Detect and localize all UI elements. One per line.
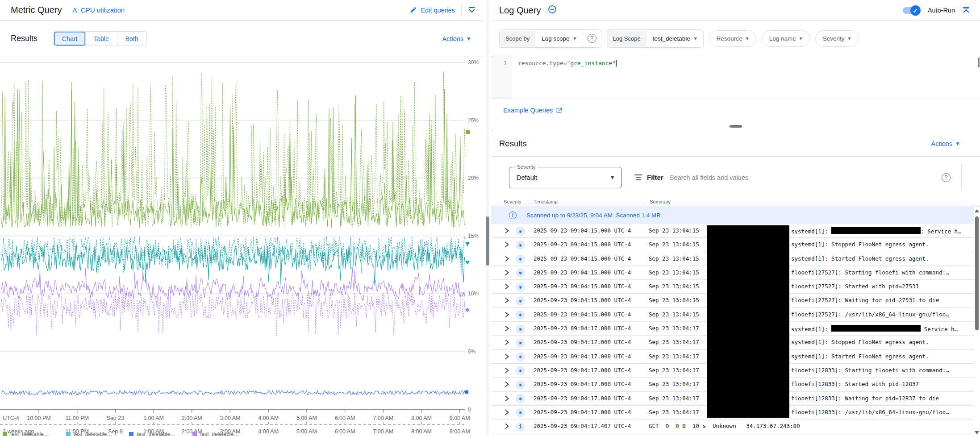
expand-chevron-icon[interactable] (505, 256, 509, 263)
caret-down-icon: ▼ (609, 174, 615, 181)
code-operator: = (563, 60, 567, 66)
log-summary-message: flooefi[12833]: /usr/lib/x86_64-linux-gn… (791, 409, 949, 415)
log-timestamp: 2025-09-23 09:04:15.000 UTC-4 (534, 283, 631, 290)
metric-actions-dropdown[interactable]: Actions ▼ (442, 35, 471, 42)
legend-item[interactable]: test_deletable… (129, 431, 175, 436)
log-summary-prefix: Sep 23 13:04:17 (649, 325, 699, 332)
expand-chevron-icon[interactable] (505, 297, 509, 305)
svg-text:15%: 15% (468, 233, 479, 239)
log-timestamp: 2025-09-23 09:04:17.000 UTC-4 (534, 381, 631, 387)
scope-help-button[interactable]: ? (583, 30, 601, 47)
cpu-utilization-chart[interactable]: 30%25%20%15%10%5%0UTC-410:00 PM11:00 PMS… (0, 58, 484, 436)
severity-default-icon: ✱ (516, 296, 525, 306)
log-summary: Sep 23 13:04:15systemd[1]: Stopped FlooN… (649, 241, 974, 248)
tab-chart[interactable]: Chart (54, 32, 85, 46)
results-drag-handle[interactable] (730, 125, 742, 128)
collapse-log-panel-icon[interactable] (962, 6, 970, 14)
results-resize-row (491, 121, 980, 131)
legend-item[interactable]: test_deletable… (192, 431, 239, 436)
log-summary-message: flooefi[27527]: Starting flooefi with co… (791, 269, 949, 276)
caret-down-icon: ▾ (746, 36, 749, 41)
svg-text:Sep 23: Sep 23 (107, 415, 125, 421)
editor-code-line[interactable]: resource.type="gce_instance" (512, 56, 617, 99)
metric-results-toolbar: Results Chart Table Both Actions ▼ (0, 21, 484, 57)
col-severity: Severity (504, 199, 521, 204)
log-summary-message: systemd[1]: Stopped FlooNet egress agent… (791, 339, 929, 345)
filter-help-icon[interactable]: ? (942, 173, 951, 182)
log-summary-message: flooefi[27527]: Waiting for pid=27531 to… (791, 297, 939, 303)
resource-filter-pill[interactable]: Resource ▾ (709, 30, 756, 47)
tab-both[interactable]: Both (117, 32, 146, 46)
filter-list-icon (634, 174, 642, 181)
svg-text:9:00 AM: 9:00 AM (450, 415, 470, 421)
expand-chevron-icon[interactable] (505, 423, 509, 431)
log-row-partial[interactable]: i (491, 433, 980, 436)
caret-down-icon: ▼ (466, 36, 471, 42)
log-actions-dropdown[interactable]: Actions ▼ (931, 140, 960, 147)
example-queries-link[interactable]: Example Queries (503, 107, 562, 114)
log-scope-label: Log Scope (607, 30, 646, 47)
expand-chevron-icon[interactable] (505, 381, 509, 389)
column-separator (529, 199, 529, 205)
expand-chevron-icon[interactable] (505, 325, 509, 333)
split-drag-handle[interactable] (486, 216, 489, 266)
expand-chevron-icon[interactable] (505, 395, 509, 403)
log-row[interactable]: i2025-09-23 09:04:17.407 UTC-4GET 0 0 B … (491, 419, 980, 433)
log-actions-label: Actions (931, 140, 953, 147)
log-summary-message: systemd[1]: : Service h… (791, 227, 961, 234)
metric-query-header: Metric Query A: CPU utilization Edit que… (0, 0, 484, 21)
expand-chevron-icon[interactable] (505, 228, 509, 235)
expand-chevron-icon[interactable] (505, 283, 509, 291)
severity-select[interactable]: Severity Default ▼ (509, 167, 622, 188)
example-queries-label: Example Queries (503, 107, 553, 114)
expand-chevron-icon[interactable] (505, 339, 509, 347)
log-summary: Sep 23 13:04:17flooefi[12833]: Started w… (649, 381, 974, 387)
log-search-input[interactable] (670, 174, 980, 181)
editor-scrollbar-thumb[interactable] (978, 58, 980, 67)
collapse-metric-panel-icon[interactable] (468, 6, 476, 14)
scan-status-banner: i Scanned up to 9/23/25, 9:04 AM. Scanne… (491, 206, 980, 224)
log-scope-dropdown[interactable]: test_deletable ▾ (646, 30, 703, 47)
svg-text:1:00 AM: 1:00 AM (143, 415, 164, 421)
severity-select-value: Default (517, 174, 609, 181)
severity-filter-pill[interactable]: Severity ▾ (815, 30, 859, 47)
svg-text:10:00 PM: 10:00 PM (27, 415, 51, 421)
log-timestamp: 2025-09-23 09:04:15.000 UTC-4 (534, 269, 631, 276)
legend-label: test_deletable… (137, 431, 175, 436)
scroll-down-arrow[interactable] (975, 431, 979, 434)
svg-text:5%: 5% (468, 349, 476, 355)
expand-chevron-icon[interactable] (505, 270, 509, 277)
log-summary: Sep 23 13:04:17systemd[1]: Service h… (649, 325, 974, 332)
log-name-filter-pill[interactable]: Log name ▾ (762, 30, 810, 47)
legend-item[interactable]: test_deletable… (66, 431, 113, 436)
scope-by-dropdown[interactable]: Log scope ▾ (535, 30, 582, 47)
log-timestamp: 2025-09-23 09:04:15.000 UTC-4 (534, 227, 631, 234)
scroll-up-arrow[interactable] (975, 209, 979, 212)
col-timestamp: Timestamp (534, 199, 558, 204)
log-summary-prefix: Sep 23 13:04:17 (649, 339, 699, 345)
expand-chevron-icon[interactable] (505, 311, 509, 319)
legend-item[interactable]: test_deletable… (3, 431, 49, 436)
log-summary-message: flooefi[12833]: Started with pid=12837 (791, 381, 919, 387)
svg-text:2:00 AM: 2:00 AM (182, 415, 202, 421)
expand-chevron-icon[interactable] (505, 367, 509, 375)
log-scope-value: test_deletable (653, 35, 690, 42)
log-results-scrollbar[interactable] (974, 207, 980, 436)
edit-queries-button[interactable]: Edit queries (409, 6, 455, 14)
expand-chevron-icon[interactable] (505, 409, 509, 417)
auto-run-toggle[interactable]: ✓ (903, 5, 921, 15)
log-summary-prefix: Sep 23 13:04:15 (649, 297, 699, 303)
filter-label: Filter (647, 174, 663, 181)
caret-down-icon: ▾ (574, 36, 576, 41)
chart-view-tab-group: Chart Table Both (54, 31, 147, 46)
log-query-editor[interactable]: 1 resource.type="gce_instance" (491, 56, 980, 99)
svg-text:11:00 PM: 11:00 PM (65, 415, 89, 421)
metric-query-a-link[interactable]: A: CPU utilization (72, 6, 125, 14)
expand-chevron-icon[interactable] (505, 353, 509, 361)
scrollbar-thumb[interactable] (975, 216, 979, 330)
log-summary: Sep 23 13:04:15systemd[1]: : Service h… (649, 227, 974, 234)
expand-chevron-icon[interactable] (505, 241, 509, 249)
link-icon[interactable] (548, 5, 557, 16)
svg-text:4:00 AM: 4:00 AM (258, 428, 279, 435)
tab-table[interactable]: Table (85, 32, 117, 46)
